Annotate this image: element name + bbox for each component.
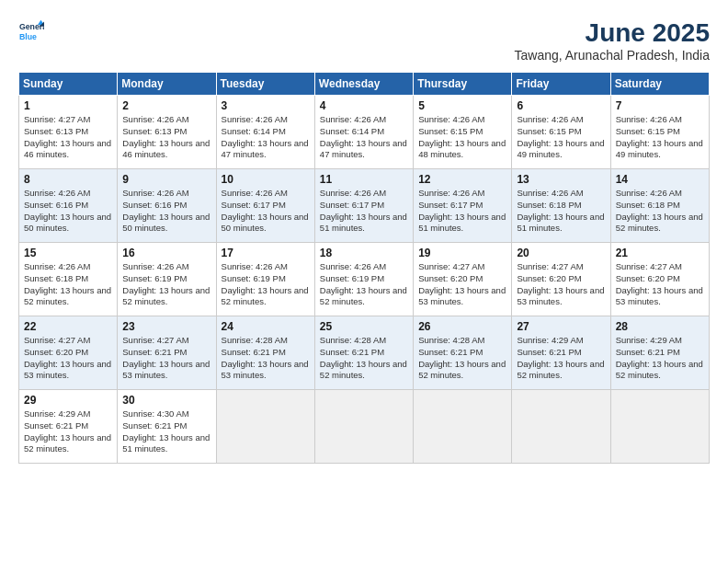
day-info: Sunrise: 4:27 AM Sunset: 6:20 PM Dayligh… xyxy=(616,261,704,308)
day-number: 8 xyxy=(24,173,112,186)
day-number: 3 xyxy=(222,99,310,112)
day-number: 27 xyxy=(517,320,605,333)
day-info: Sunrise: 4:28 AM Sunset: 6:21 PM Dayligh… xyxy=(418,335,506,382)
day-info: Sunrise: 4:26 AM Sunset: 6:17 PM Dayligh… xyxy=(320,188,408,235)
logo: General Blue xyxy=(18,18,44,44)
day-info: Sunrise: 4:26 AM Sunset: 6:19 PM Dayligh… xyxy=(222,261,310,308)
calendar-cell: 6Sunrise: 4:26 AM Sunset: 6:15 PM Daylig… xyxy=(512,96,610,169)
calendar-cell: 11Sunrise: 4:26 AM Sunset: 6:17 PM Dayli… xyxy=(314,169,413,243)
day-number: 16 xyxy=(122,247,210,259)
day-number: 15 xyxy=(24,247,112,259)
calendar-cell: 1Sunrise: 4:27 AM Sunset: 6:13 PM Daylig… xyxy=(19,96,118,169)
day-info: Sunrise: 4:26 AM Sunset: 6:18 PM Dayligh… xyxy=(517,188,605,235)
day-info: Sunrise: 4:27 AM Sunset: 6:13 PM Dayligh… xyxy=(24,114,112,161)
day-number: 28 xyxy=(616,320,704,333)
day-info: Sunrise: 4:29 AM Sunset: 6:21 PM Dayligh… xyxy=(517,335,605,382)
day-number: 10 xyxy=(222,173,310,186)
day-info: Sunrise: 4:27 AM Sunset: 6:21 PM Dayligh… xyxy=(122,335,210,382)
header-wednesday: Wednesday xyxy=(314,73,413,96)
day-number: 26 xyxy=(418,320,506,333)
calendar-cell xyxy=(216,390,314,464)
day-number: 2 xyxy=(122,99,210,112)
calendar-week-row: 15Sunrise: 4:26 AM Sunset: 6:18 PM Dayli… xyxy=(19,243,710,316)
day-number: 18 xyxy=(320,247,408,259)
day-info: Sunrise: 4:26 AM Sunset: 6:14 PM Dayligh… xyxy=(222,114,310,161)
day-number: 13 xyxy=(517,173,605,186)
calendar-cell: 2Sunrise: 4:26 AM Sunset: 6:13 PM Daylig… xyxy=(118,96,216,169)
day-info: Sunrise: 4:26 AM Sunset: 6:18 PM Dayligh… xyxy=(24,261,112,308)
logo-icon: General Blue xyxy=(18,18,44,44)
calendar-cell: 10Sunrise: 4:26 AM Sunset: 6:17 PM Dayli… xyxy=(216,169,314,243)
calendar-cell: 28Sunrise: 4:29 AM Sunset: 6:21 PM Dayli… xyxy=(610,316,709,390)
month-year-title: June 2025 xyxy=(515,18,710,48)
calendar-cell: 26Sunrise: 4:28 AM Sunset: 6:21 PM Dayli… xyxy=(414,316,512,390)
day-info: Sunrise: 4:26 AM Sunset: 6:16 PM Dayligh… xyxy=(122,188,210,235)
calendar-cell: 27Sunrise: 4:29 AM Sunset: 6:21 PM Dayli… xyxy=(512,316,610,390)
day-number: 30 xyxy=(122,394,210,407)
day-number: 9 xyxy=(122,173,210,186)
day-info: Sunrise: 4:27 AM Sunset: 6:20 PM Dayligh… xyxy=(517,261,605,308)
day-number: 5 xyxy=(418,99,506,112)
calendar-table: Sunday Monday Tuesday Wednesday Thursday… xyxy=(18,72,710,464)
location-subtitle: Tawang, Arunachal Pradesh, India xyxy=(515,48,710,63)
calendar-cell xyxy=(512,390,610,464)
header-thursday: Thursday xyxy=(414,73,512,96)
calendar-cell xyxy=(414,390,512,464)
day-info: Sunrise: 4:26 AM Sunset: 6:15 PM Dayligh… xyxy=(418,114,506,161)
day-number: 22 xyxy=(24,320,112,333)
day-number: 17 xyxy=(222,247,310,259)
day-info: Sunrise: 4:26 AM Sunset: 6:13 PM Dayligh… xyxy=(122,114,210,161)
calendar-cell: 4Sunrise: 4:26 AM Sunset: 6:14 PM Daylig… xyxy=(314,96,413,169)
calendar-cell: 5Sunrise: 4:26 AM Sunset: 6:15 PM Daylig… xyxy=(414,96,512,169)
calendar-cell: 20Sunrise: 4:27 AM Sunset: 6:20 PM Dayli… xyxy=(512,243,610,316)
day-number: 25 xyxy=(320,320,408,333)
title-block: June 2025 Tawang, Arunachal Pradesh, Ind… xyxy=(515,18,710,63)
day-number: 21 xyxy=(616,247,704,259)
calendar-cell: 12Sunrise: 4:26 AM Sunset: 6:17 PM Dayli… xyxy=(414,169,512,243)
day-number: 1 xyxy=(24,99,112,112)
calendar-cell: 13Sunrise: 4:26 AM Sunset: 6:18 PM Dayli… xyxy=(512,169,610,243)
calendar-cell: 18Sunrise: 4:26 AM Sunset: 6:19 PM Dayli… xyxy=(314,243,413,316)
day-number: 14 xyxy=(616,173,704,186)
svg-text:Blue: Blue xyxy=(19,32,37,41)
calendar-cell: 23Sunrise: 4:27 AM Sunset: 6:21 PM Dayli… xyxy=(118,316,216,390)
calendar-cell: 7Sunrise: 4:26 AM Sunset: 6:15 PM Daylig… xyxy=(610,96,709,169)
calendar-cell xyxy=(610,390,709,464)
day-number: 24 xyxy=(222,320,310,333)
day-info: Sunrise: 4:28 AM Sunset: 6:21 PM Dayligh… xyxy=(320,335,408,382)
calendar-cell: 8Sunrise: 4:26 AM Sunset: 6:16 PM Daylig… xyxy=(19,169,118,243)
calendar-cell: 9Sunrise: 4:26 AM Sunset: 6:16 PM Daylig… xyxy=(118,169,216,243)
header-tuesday: Tuesday xyxy=(216,73,314,96)
calendar-cell: 17Sunrise: 4:26 AM Sunset: 6:19 PM Dayli… xyxy=(216,243,314,316)
calendar-header-row: Sunday Monday Tuesday Wednesday Thursday… xyxy=(19,73,710,96)
header-monday: Monday xyxy=(118,73,216,96)
calendar-cell: 22Sunrise: 4:27 AM Sunset: 6:20 PM Dayli… xyxy=(19,316,118,390)
day-info: Sunrise: 4:26 AM Sunset: 6:15 PM Dayligh… xyxy=(517,114,605,161)
day-info: Sunrise: 4:30 AM Sunset: 6:21 PM Dayligh… xyxy=(122,408,210,455)
day-number: 12 xyxy=(418,173,506,186)
header-saturday: Saturday xyxy=(610,73,709,96)
calendar-cell: 21Sunrise: 4:27 AM Sunset: 6:20 PM Dayli… xyxy=(610,243,709,316)
header-friday: Friday xyxy=(512,73,610,96)
day-number: 19 xyxy=(418,247,506,259)
day-info: Sunrise: 4:26 AM Sunset: 6:17 PM Dayligh… xyxy=(222,188,310,235)
day-info: Sunrise: 4:27 AM Sunset: 6:20 PM Dayligh… xyxy=(418,261,506,308)
day-info: Sunrise: 4:26 AM Sunset: 6:15 PM Dayligh… xyxy=(616,114,704,161)
day-info: Sunrise: 4:26 AM Sunset: 6:14 PM Dayligh… xyxy=(320,114,408,161)
calendar-cell: 30Sunrise: 4:30 AM Sunset: 6:21 PM Dayli… xyxy=(118,390,216,464)
day-info: Sunrise: 4:26 AM Sunset: 6:17 PM Dayligh… xyxy=(418,188,506,235)
calendar-cell: 29Sunrise: 4:29 AM Sunset: 6:21 PM Dayli… xyxy=(19,390,118,464)
calendar-cell: 14Sunrise: 4:26 AM Sunset: 6:18 PM Dayli… xyxy=(610,169,709,243)
calendar-week-row: 1Sunrise: 4:27 AM Sunset: 6:13 PM Daylig… xyxy=(19,96,710,169)
day-info: Sunrise: 4:26 AM Sunset: 6:16 PM Dayligh… xyxy=(24,188,112,235)
calendar-cell: 19Sunrise: 4:27 AM Sunset: 6:20 PM Dayli… xyxy=(414,243,512,316)
calendar-week-row: 8Sunrise: 4:26 AM Sunset: 6:16 PM Daylig… xyxy=(19,169,710,243)
day-info: Sunrise: 4:27 AM Sunset: 6:20 PM Dayligh… xyxy=(24,335,112,382)
calendar-week-row: 22Sunrise: 4:27 AM Sunset: 6:20 PM Dayli… xyxy=(19,316,710,390)
day-number: 6 xyxy=(517,99,605,112)
day-info: Sunrise: 4:29 AM Sunset: 6:21 PM Dayligh… xyxy=(24,408,112,455)
day-info: Sunrise: 4:26 AM Sunset: 6:19 PM Dayligh… xyxy=(320,261,408,308)
day-number: 20 xyxy=(517,247,605,259)
day-info: Sunrise: 4:28 AM Sunset: 6:21 PM Dayligh… xyxy=(222,335,310,382)
day-number: 29 xyxy=(24,394,112,407)
